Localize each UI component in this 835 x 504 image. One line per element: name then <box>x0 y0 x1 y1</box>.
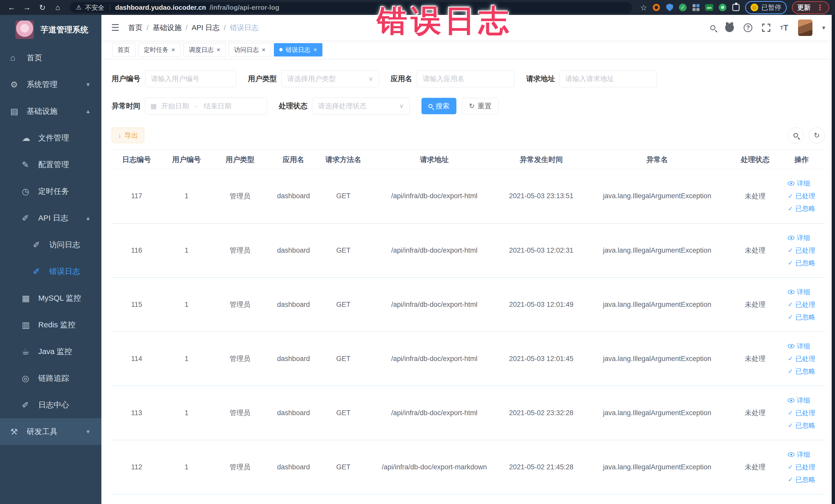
process-status-select[interactable]: 请选择处理状态 ∨ <box>312 98 410 115</box>
sidebar-item-scheduled-jobs[interactable]: ◷ 定时任务 <box>0 178 101 205</box>
tab-schedule-log[interactable]: 调度日志 × <box>184 43 226 57</box>
tab-scheduled-jobs[interactable]: 定时任务 × <box>138 43 180 57</box>
profile-paused-badge[interactable]: ☺ 已暂停 <box>745 1 787 14</box>
url-host[interactable]: dashboard.yudao.iocoder.cn <box>115 4 206 12</box>
breadcrumb-item-api-log[interactable]: API 日志 <box>192 23 220 33</box>
extensions-puzzle-icon[interactable] <box>732 3 740 12</box>
sidebar-item-tracing[interactable]: ◎ 链路追踪 <box>0 365 101 391</box>
extension-grid-icon[interactable] <box>692 3 700 12</box>
col-header-exception-time: 异常发生时间 <box>500 150 582 169</box>
sidebar-item-redis-monitor[interactable]: ▥ Redis 监控 <box>0 311 101 338</box>
mark-ignored-link[interactable]: ✓已忽略 <box>788 204 815 213</box>
detail-link[interactable]: 详细 <box>788 342 810 351</box>
sidebar-item-file-management[interactable]: ☁ 文件管理 <box>0 124 101 151</box>
date-range-picker[interactable]: ▦ 开始日期 - 结束日期 <box>145 98 267 115</box>
mark-processed-link[interactable]: ✓已处理 <box>788 463 815 472</box>
browser-reload-icon[interactable]: ↻ <box>37 2 48 13</box>
mark-processed-link[interactable]: ✓已处理 <box>788 246 815 255</box>
close-icon[interactable]: × <box>217 46 220 54</box>
sidebar-item-error-log[interactable]: ✐ 错误日志 <box>0 258 101 285</box>
mark-ignored-link[interactable]: ✓已忽略 <box>788 421 815 430</box>
cell-status: 未处理 <box>732 332 778 386</box>
sidebar-item-api-log[interactable]: ✐ API 日志 ▴ <box>0 205 101 231</box>
mark-processed-link[interactable]: ✓已处理 <box>788 191 815 201</box>
search-icon[interactable] <box>710 25 715 30</box>
mark-processed-link[interactable]: ✓已处理 <box>788 408 815 418</box>
tab-access-log[interactable]: 访问日志 × <box>229 43 271 57</box>
not-secure-label[interactable]: 不安全 <box>85 3 104 12</box>
extension-on-badge-icon[interactable]: on <box>705 3 713 12</box>
mark-ignored-link[interactable]: ✓已忽略 <box>788 367 815 376</box>
sidebar-logo[interactable]: 芋道管理系统 <box>0 15 101 44</box>
browser-update-button[interactable]: 更新 ⋮ <box>792 1 829 14</box>
detail-link[interactable]: 详细 <box>788 234 810 242</box>
end-date-placeholder: 结束日期 <box>204 101 231 110</box>
tab-home[interactable]: 首页 <box>112 43 135 57</box>
breadcrumb-item-home[interactable]: 首页 <box>128 23 142 33</box>
export-button[interactable]: ↓ 导出 <box>111 127 144 143</box>
cell-log-id: 116 <box>111 223 161 278</box>
fullscreen-icon[interactable] <box>762 24 770 32</box>
tools-icon: ⚒ <box>10 427 22 437</box>
sidebar-item-dev-tools[interactable]: ⚒ 研发工具 ▾ <box>0 418 101 445</box>
mark-ignored-link[interactable]: ✓已忽略 <box>788 475 815 484</box>
sidebar-item-access-log[interactable]: ✐ 访问日志 <box>0 231 101 258</box>
refresh-table-button[interactable]: ↻ <box>809 127 825 143</box>
mark-processed-link[interactable]: ✓已处理 <box>788 300 815 309</box>
extension-orange-ring-icon[interactable] <box>652 3 660 12</box>
address-bar[interactable]: ⚠ 不安全 dashboard.yudao.iocoder.cn/infra/l… <box>70 2 632 13</box>
sidebar-item-config-management[interactable]: ✎ 配置管理 <box>0 151 101 178</box>
mark-ignored-link[interactable]: ✓已忽略 <box>788 313 815 322</box>
url-path: /infra/log/api-error-log <box>209 4 279 12</box>
mark-processed-link[interactable]: ✓已处理 <box>788 354 815 363</box>
close-icon[interactable]: × <box>171 46 175 54</box>
detail-link[interactable]: 详细 <box>788 450 810 459</box>
sidebar-item-mysql-monitor[interactable]: ▦ MySQL 监控 <box>0 285 101 311</box>
cell-exception-time: 2021-05-03 12:01:45 <box>500 332 582 386</box>
cell-app-name: dashboard <box>268 440 318 494</box>
caret-down-icon[interactable]: ▾ <box>822 24 825 31</box>
help-icon[interactable]: ? <box>744 23 752 32</box>
close-icon[interactable]: × <box>313 46 317 54</box>
search-button[interactable]: 搜索 <box>422 98 456 114</box>
user-type-select[interactable]: 请选择用户类型 ∨ <box>281 70 379 87</box>
sidebar-item-log-center[interactable]: ✐ 日志中心 <box>0 391 101 418</box>
avatar[interactable] <box>798 20 812 36</box>
sidebar-item-java-monitor[interactable]: ☕ Java 监控 <box>0 338 101 365</box>
browser-back-icon[interactable]: ← <box>6 2 18 13</box>
extension-green-check-icon[interactable]: ✓ <box>679 4 687 11</box>
font-size-icon[interactable]: TT <box>780 23 788 33</box>
trace-eye-icon: ◎ <box>22 373 34 383</box>
doc-edit-icon: ✐ <box>33 240 45 250</box>
browser-home-icon[interactable]: ⌂ <box>52 2 64 13</box>
toggle-search-button[interactable] <box>788 127 804 143</box>
extension-sprout-icon[interactable] <box>718 3 727 12</box>
mark-ignored-link[interactable]: ✓已忽略 <box>788 259 815 267</box>
detail-link[interactable]: 详细 <box>788 287 810 297</box>
request-url-input[interactable] <box>559 70 657 87</box>
browser-forward-icon[interactable]: → <box>21 2 33 13</box>
sidebar-item-home[interactable]: ⌂ 首页 <box>0 44 101 71</box>
sidebar-item-system-management[interactable]: ⚙ 系统管理 ▾ <box>0 71 101 98</box>
cell-status: 未处理 <box>732 169 778 223</box>
monitor-icon: ▤ <box>10 106 22 116</box>
tab-error-log[interactable]: 错误日志 × <box>274 43 322 57</box>
page-scrollbar[interactable] <box>832 15 835 504</box>
chevron-up-icon: ▴ <box>86 215 89 222</box>
extension-shield-icon[interactable] <box>666 3 674 12</box>
browser-menu-kebab-icon[interactable]: ⋮ <box>816 3 824 12</box>
detail-link[interactable]: 详细 <box>788 179 810 188</box>
github-icon[interactable] <box>725 23 734 32</box>
check-icon: ✓ <box>788 422 793 429</box>
sidebar-item-infrastructure[interactable]: ▤ 基础设施 ▴ <box>0 98 101 124</box>
cell-method: GET <box>319 386 368 440</box>
app-name-input[interactable] <box>417 70 514 87</box>
detail-link[interactable]: 详细 <box>788 396 810 405</box>
close-icon[interactable]: × <box>262 46 265 54</box>
cell-actions: 详细 ✓已处理 ✓已忽略 <box>778 169 825 223</box>
collapse-sidebar-icon[interactable]: ☰ <box>111 22 119 33</box>
breadcrumb-item-infrastructure[interactable]: 基础设施 <box>153 23 182 33</box>
bookmark-star-icon[interactable]: ☆ <box>640 3 647 12</box>
reset-button[interactable]: ↻ 重置 <box>462 98 498 114</box>
user-id-input[interactable] <box>145 70 236 87</box>
